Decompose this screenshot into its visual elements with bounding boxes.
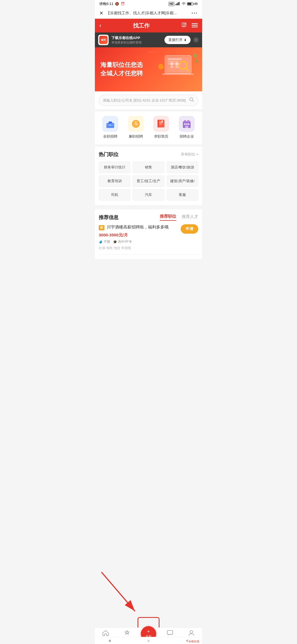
search-bar[interactable]: 请输入职位/公司名 [职位:4231 企业:1527 简历:3608]: [99, 95, 198, 106]
section-divider-1: [95, 144, 202, 147]
enterprise-label: 招聘企业: [180, 134, 194, 139]
job-education-0: 🎓 高中/中专: [113, 239, 132, 244]
browser-more-button[interactable]: ···: [191, 10, 198, 16]
search-section: 请输入职位/公司名 [职位:4231 企业:1527 简历:3608]: [95, 91, 202, 109]
tab-recommended-position[interactable]: 推荐职位: [160, 214, 176, 221]
hd-indicator: HD: [169, 2, 174, 6]
hot-jobs-grid: 财务审计统计 销售 酒店/餐饮/旅游 教育培训 普工/技工/生产 建筑/房产/装…: [99, 162, 198, 201]
wifi-icon: [182, 2, 186, 6]
hat-icon: 🎓: [113, 240, 117, 244]
hot-job-tag-5[interactable]: 建筑/房产/装修/: [167, 175, 198, 187]
hot-job-tag-7[interactable]: 汽车: [133, 189, 164, 201]
svg-point-19: [170, 62, 174, 66]
svg-point-16: [158, 64, 164, 69]
svg-rect-48: [188, 123, 189, 125]
search-icon[interactable]: [189, 97, 194, 103]
page-title: 找工作: [133, 22, 150, 29]
signal-icon: [175, 2, 180, 6]
hot-job-tag-0[interactable]: 财务审计统计: [99, 162, 130, 173]
hot-job-tag-3[interactable]: 教育培训: [99, 175, 130, 187]
svg-rect-46: [184, 123, 186, 125]
job-card-0: 荐 川宇酒楼高薪招聘啦，福利多多哦 3000-3500元/月 🧳 不限 🎓: [99, 225, 198, 255]
recommend-section: 推荐信息 推荐职位 推荐人才 荐 川宇酒楼高薪招聘啦，福利多多哦 3000-35…: [95, 209, 202, 259]
parttime-icon: [128, 116, 144, 132]
svg-rect-49: [185, 126, 188, 128]
svg-rect-3: [179, 2, 180, 5]
hero-banner: 海量职位任您选 全城人才任您聘: [95, 47, 202, 91]
tab-recommended-talent[interactable]: 推荐人才: [182, 214, 198, 220]
time-display: 傍晚6:11: [99, 1, 113, 6]
download-open-button[interactable]: 直接打开 ⬇: [164, 36, 191, 44]
svg-rect-47: [186, 123, 188, 125]
app-icon-inner: 城市: [99, 36, 108, 44]
hot-job-tag-8[interactable]: 客服: [167, 189, 198, 201]
svg-rect-0: [175, 4, 176, 5]
svg-rect-20: [170, 66, 174, 68]
recommend-title: 推荐信息: [99, 214, 119, 221]
parttime-label: 兼职招聘: [129, 134, 143, 139]
job-meta-0: 🧳 不限 🎓 高中/中专: [99, 239, 132, 244]
download-arrow-icon: ⬇: [184, 38, 187, 42]
search-placeholder: 请输入职位/公司名 [职位:4231 企业:1527 简历:3608]: [103, 98, 187, 103]
alarm-icon: ⏰: [121, 2, 125, 6]
svg-rect-10: [162, 73, 194, 75]
recommend-tabs: 推荐职位 推荐人才: [160, 214, 198, 221]
hot-job-tag-2[interactable]: 酒店/餐饮/旅游: [167, 162, 198, 173]
hot-job-tag-1[interactable]: 销售: [133, 162, 164, 173]
svg-rect-38: [158, 120, 164, 127]
download-title: 下载乐都在线APP: [111, 36, 162, 40]
enterprise-icon: [179, 116, 195, 132]
resume-icon: [153, 116, 169, 132]
hero-line1: 海量职位任您选: [100, 61, 143, 69]
job-salary-0: 3000-3500元/月: [99, 233, 128, 237]
apply-button-0[interactable]: 申请: [181, 224, 198, 234]
app-header: ‹ 找工作: [95, 19, 202, 32]
back-button[interactable]: ‹: [99, 22, 101, 29]
svg-rect-22: [175, 66, 178, 68]
svg-rect-41: [159, 124, 162, 124]
browser-title: 【乐都找工作、找人才|乐都人才网|乐都...: [106, 11, 189, 16]
battery-icon: [187, 2, 193, 6]
categories-section: 全职招聘 兼职招聘: [95, 111, 202, 144]
job-benefits-0: 社保 包吃 包住 年假奖: [99, 246, 132, 250]
job-experience-0: 🧳 不限: [99, 239, 110, 244]
browser-close-button[interactable]: ✕: [99, 10, 103, 16]
menu-icon[interactable]: [192, 23, 198, 29]
svg-rect-11: [168, 58, 182, 60]
svg-point-21: [175, 62, 178, 66]
svg-point-42: [161, 120, 163, 122]
hot-jobs-section: 热门职位 所有职位 > 财务审计统计 销售 酒店/餐饮/旅游 教育培训 普工/技…: [95, 147, 202, 205]
download-subtitle: 本地更多职位随时查阅: [111, 40, 162, 45]
svg-marker-17: [193, 53, 197, 57]
fulltime-icon: [102, 116, 118, 132]
download-button-label: 直接打开: [168, 37, 183, 42]
app-icon: 城市: [98, 35, 109, 45]
job-badge-0: 荐: [99, 225, 105, 230]
hot-job-tag-4[interactable]: 普工/技工/生产: [133, 175, 164, 187]
hero-illustration: [157, 50, 199, 84]
svg-rect-44: [184, 120, 186, 122]
edit-icon[interactable]: [181, 22, 187, 29]
svg-marker-18: [195, 58, 199, 62]
download-close-button[interactable]: ×: [193, 37, 199, 43]
hot-jobs-title: 热门职位: [99, 151, 119, 158]
svg-rect-12: [168, 61, 179, 62]
notification-icon: 🔕: [115, 2, 119, 6]
fulltime-label: 全职招聘: [103, 134, 117, 139]
hot-jobs-more[interactable]: 所有职位 >: [181, 152, 198, 157]
briefcase-icon: 🧳: [99, 240, 103, 244]
category-resume[interactable]: 求职简历: [152, 116, 171, 139]
status-bar: 傍晚6:11 🔕 ⏰ HD: [95, 0, 202, 8]
category-fulltime[interactable]: 全职招聘: [101, 116, 120, 139]
resume-label: 求职简历: [154, 134, 168, 139]
hero-line2: 全城人才任您聘: [100, 69, 143, 78]
battery-level: 46: [194, 2, 198, 6]
browser-bar: ✕ 【乐都找工作、找人才|乐都人才网|乐都... ···: [95, 8, 202, 19]
svg-point-36: [135, 124, 136, 124]
hot-job-tag-6[interactable]: 司机: [99, 189, 130, 201]
category-enterprise[interactable]: 招聘企业: [177, 116, 196, 139]
section-divider-2: [95, 205, 202, 207]
category-parttime[interactable]: 兼职招聘: [126, 116, 145, 139]
hero-dots: [148, 51, 155, 53]
svg-rect-2: [178, 2, 178, 5]
